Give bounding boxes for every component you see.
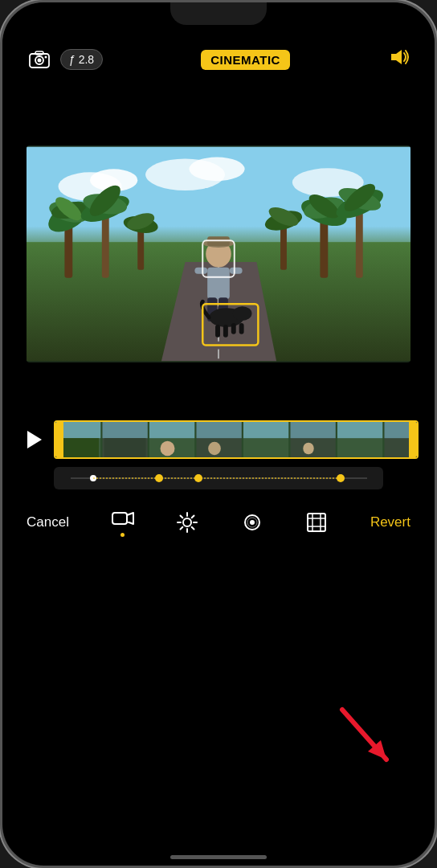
revert-button[interactable]: Revert bbox=[370, 514, 410, 530]
video-camera-button[interactable] bbox=[112, 507, 134, 537]
svg-line-88 bbox=[181, 526, 183, 529]
svg-marker-5 bbox=[391, 50, 402, 64]
svg-point-90 bbox=[250, 520, 255, 525]
filmstrip-row bbox=[18, 420, 419, 459]
svg-rect-44 bbox=[194, 268, 207, 274]
focus-track[interactable] bbox=[54, 467, 383, 489]
svg-point-2 bbox=[38, 59, 42, 63]
svg-rect-53 bbox=[239, 323, 244, 334]
video-camera-icon bbox=[112, 507, 134, 530]
svg-rect-43 bbox=[207, 268, 230, 300]
left-controls: ƒ 2.8 bbox=[27, 47, 103, 72]
filmstrip[interactable] bbox=[54, 420, 419, 459]
focus-dot-yellow-3[interactable] bbox=[337, 474, 345, 482]
focus-dotted-line-2 bbox=[159, 477, 198, 479]
svg-point-12 bbox=[189, 158, 244, 182]
top-spacer bbox=[2, 81, 435, 129]
red-arrow-icon bbox=[334, 702, 406, 782]
svg-rect-51 bbox=[223, 325, 228, 338]
svg-rect-42 bbox=[207, 236, 230, 246]
notch bbox=[170, 2, 267, 25]
top-controls: ƒ 2.8 CINEMATIC bbox=[2, 38, 435, 81]
svg-rect-67 bbox=[197, 422, 242, 438]
play-button[interactable] bbox=[18, 425, 47, 454]
svg-line-85 bbox=[181, 515, 183, 518]
svg-rect-52 bbox=[231, 323, 236, 334]
play-triangle-icon bbox=[27, 431, 42, 448]
svg-rect-72 bbox=[291, 422, 336, 438]
brightness-icon bbox=[176, 511, 198, 534]
svg-point-65 bbox=[161, 441, 175, 456]
svg-line-87 bbox=[192, 515, 194, 518]
svg-point-68 bbox=[208, 442, 221, 456]
svg-point-49 bbox=[233, 306, 252, 321]
svg-point-4 bbox=[45, 56, 47, 59]
red-arrow-container bbox=[334, 702, 406, 785]
video-frame bbox=[27, 145, 410, 362]
aperture-badge[interactable]: ƒ 2.8 bbox=[60, 49, 103, 70]
svg-rect-50 bbox=[215, 325, 220, 338]
cancel-button[interactable]: Cancel bbox=[27, 514, 69, 530]
svg-marker-79 bbox=[127, 513, 133, 524]
bottom-toolbar: Cancel bbox=[2, 496, 435, 545]
svg-rect-75 bbox=[337, 422, 382, 438]
svg-rect-45 bbox=[230, 268, 243, 274]
home-indicator bbox=[170, 855, 267, 859]
svg-rect-3 bbox=[35, 51, 43, 55]
filmstrip-left-handle[interactable] bbox=[55, 422, 63, 457]
brightness-button[interactable] bbox=[176, 511, 198, 534]
cinematic-badge[interactable]: CINEMATIC bbox=[201, 50, 290, 70]
svg-rect-61 bbox=[103, 422, 148, 438]
adjust-button[interactable] bbox=[305, 511, 328, 534]
svg-line-86 bbox=[192, 526, 194, 529]
focus-dotted-line-1 bbox=[93, 477, 159, 479]
filmstrip-right-handle[interactable] bbox=[409, 422, 417, 457]
adjust-icon bbox=[305, 511, 328, 534]
toolbar-dot-video bbox=[120, 533, 125, 537]
volume-icon[interactable] bbox=[388, 46, 410, 73]
svg-rect-59 bbox=[57, 438, 99, 457]
mid-spacer bbox=[2, 379, 435, 411]
focus-button[interactable] bbox=[241, 511, 263, 534]
camera-icon[interactable] bbox=[27, 47, 52, 72]
svg-rect-92 bbox=[308, 514, 325, 531]
focus-icon bbox=[241, 511, 263, 534]
svg-point-80 bbox=[183, 518, 191, 526]
svg-rect-62 bbox=[104, 438, 146, 457]
svg-point-73 bbox=[303, 443, 314, 455]
svg-rect-64 bbox=[149, 422, 194, 438]
timeline-area bbox=[2, 411, 435, 496]
phone-frame: ƒ 2.8 CINEMATIC bbox=[0, 0, 437, 868]
svg-rect-78 bbox=[112, 513, 127, 524]
focus-dotted-line-3 bbox=[198, 477, 340, 479]
svg-rect-70 bbox=[243, 422, 288, 438]
video-preview-area bbox=[2, 129, 435, 379]
svg-marker-98 bbox=[368, 740, 386, 760]
svg-line-97 bbox=[342, 710, 386, 760]
phone-inner: ƒ 2.8 CINEMATIC bbox=[2, 2, 435, 866]
